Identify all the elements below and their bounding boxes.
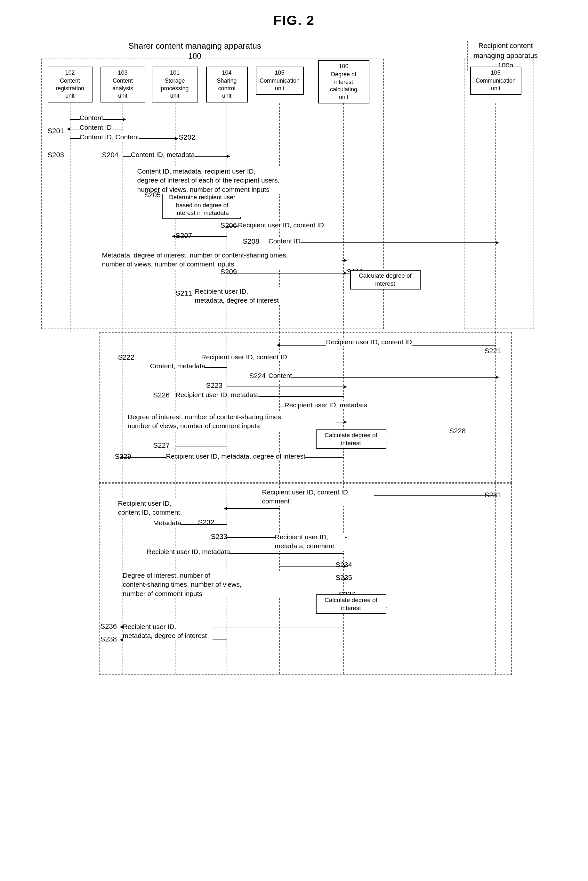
s233-label: S233 — [211, 532, 227, 541]
recipient-uid-content-id-top: Recipient user ID, content ID — [326, 338, 412, 346]
doi-sharing-s3: Degree of interest, number of content-sh… — [123, 571, 315, 598]
s221-label: S221 — [484, 347, 501, 355]
s229-label: S229 — [115, 453, 131, 461]
content-id-label: Content ID — [80, 123, 112, 131]
content-metadata-label: Content, metadata — [150, 362, 206, 370]
s202-label: S202 — [179, 133, 195, 141]
doi-sharing-s2: Degree of interest, number of content-sh… — [128, 412, 336, 431]
recipient-uid-metadata-comment: Recipient user ID, metadata, comment — [275, 532, 345, 551]
determine-box-text: Determine recipient user based on degree… — [164, 194, 241, 217]
content-label: Content — [80, 114, 104, 122]
calc-doi-box-1: Calculate degree of interest — [350, 270, 421, 290]
recipient-uid-content-id-comment-s231: Recipient user ID, content ID, comment — [118, 499, 208, 517]
recipient-uid-metadata-s3: Recipient user ID, metadata — [147, 548, 230, 556]
content-id-content-label: Content ID, Content — [80, 133, 139, 141]
s222-label: S222 — [118, 353, 134, 362]
figure-title: FIG. 2 — [38, 13, 550, 28]
recipient-dashed-border — [464, 59, 534, 329]
content-id-s208: Content ID — [268, 237, 300, 245]
s208-label: S208 — [243, 237, 259, 246]
s238-label: S238 — [100, 635, 117, 643]
s206-label: S206 — [220, 221, 237, 230]
s228-label: S228 — [449, 427, 466, 435]
s204-label: S204 — [102, 151, 118, 159]
metadata-s232-label: Metadata — [153, 519, 182, 527]
recipient-uid-content-id-comment-top: Recipient user ID, content ID, comment — [262, 488, 374, 506]
page-container: FIG. 2 Sharer content managing apparatus… — [38, 13, 550, 873]
s211-label: S211 — [176, 289, 192, 298]
s226-label: S226 — [153, 391, 170, 399]
recipient-uid-content-id-s222: Recipient user ID, content ID — [201, 353, 287, 361]
s231-label: S231 — [484, 491, 501, 499]
s232-label: S232 — [198, 518, 214, 526]
recipient-uid-metadata-s226: Recipient user ID, metadata — [176, 391, 259, 399]
s205-label: S205 — [144, 191, 160, 199]
calc-doi-box-3: Calculate degree of interest — [316, 594, 386, 614]
content-s224-label: Content — [268, 372, 292, 379]
recipient-uid-content-id-1: Recipient user ID, content ID — [238, 221, 324, 229]
recipient-uid-metadata-doi-s236: Recipient user ID, metadata, degree of i… — [123, 622, 213, 640]
s203-label: S203 — [48, 151, 64, 159]
s235-label: S235 — [336, 574, 352, 582]
content-id-metadata-long: Content ID, metadata, recipient user ID,… — [137, 167, 314, 194]
recipient-uid-metadata-doi-1: Recipient user ID, metadata, degree of i… — [195, 287, 329, 305]
s236-label: S236 — [100, 622, 117, 631]
recipient-uid-metadata-doi-s229: Recipient user ID, metadata, degree of i… — [166, 453, 305, 460]
s227-label: S227 — [153, 441, 170, 450]
s224-label: S224 — [249, 372, 266, 380]
s201-label: S201 — [48, 127, 64, 135]
s234-label: S234 — [336, 561, 352, 569]
content-id-metadata-label: Content ID, metadata — [131, 151, 195, 158]
recipient-uid-metadata-s225: Recipient user ID, metadata — [285, 401, 368, 409]
s207-label: S207 — [176, 232, 192, 240]
sharer-apparatus-label: Sharer content managing apparatus 100 — [70, 41, 320, 61]
diagram-area: Sharer content managing apparatus 100 Re… — [38, 41, 550, 873]
calc-doi-box-2: Calculate degree of interest — [316, 430, 386, 449]
s223-label: S223 — [206, 382, 222, 390]
s209-label: S209 — [220, 268, 237, 276]
metadata-long-label: Metadata, degree of interest, number of … — [102, 251, 342, 269]
